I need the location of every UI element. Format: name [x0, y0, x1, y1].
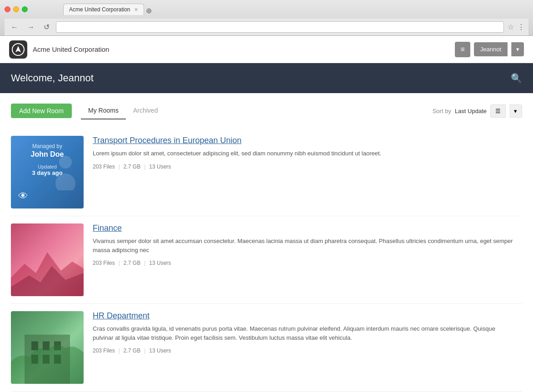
room-content: HR Department Cras convallis gravida lig… — [84, 311, 522, 384]
toolbar-left: Add New Room My Rooms Archived — [11, 102, 165, 119]
room-thumbnail-finance — [11, 223, 84, 296]
room-size: 2.7 GB — [124, 260, 140, 266]
svg-point-1 — [59, 156, 72, 169]
tab-close-icon[interactable]: ✕ — [134, 7, 138, 13]
app-logo: Acme United Corporation — [9, 40, 109, 59]
user-button[interactable]: Jeannot — [474, 42, 508, 56]
table-row: HR Department Cras convallis gravida lig… — [11, 304, 522, 392]
room-list: Managed by John Doe Updated 3 days ago 👁… — [11, 129, 522, 392]
room-content: Transport Procedures in European Union L… — [84, 136, 522, 208]
search-icon[interactable]: 🔍 — [511, 73, 522, 84]
room-meta: 203 Files | 2.7 GB | 13 Users — [93, 347, 513, 354]
app-header: Acme United Corporation ≡ Jeannot ▾ — [0, 36, 533, 63]
logo-svg — [12, 43, 25, 56]
forward-button[interactable]: → — [25, 22, 37, 32]
back-button[interactable]: ← — [8, 22, 21, 32]
new-tab-button[interactable]: ⊕ — [146, 6, 152, 15]
svg-rect-4 — [31, 341, 38, 350]
header-right: ≡ Jeannot ▾ — [455, 42, 524, 57]
separator-2: | — [144, 260, 145, 266]
separator-1: | — [119, 164, 120, 170]
mountain-svg — [11, 245, 84, 296]
room-title[interactable]: Finance — [93, 223, 513, 233]
separator-2: | — [144, 164, 145, 170]
room-users: 13 Users — [149, 164, 171, 170]
room-description: Cras convallis gravida ligula, id venena… — [93, 324, 513, 342]
room-description: Vivamus semper dolor sit amet accumsan c… — [93, 237, 513, 254]
tab-label: Acme United Corporation — [69, 6, 130, 13]
separator-2: | — [144, 347, 145, 354]
content-toolbar: Add New Room My Rooms Archived Sort by L… — [11, 102, 522, 119]
room-meta: 203 Files | 2.7 GB | 13 Users — [93, 260, 513, 266]
address-input[interactable] — [56, 21, 504, 33]
tab-bar: Acme United Corporation ✕ ⊕ — [31, 4, 152, 15]
main-content: Add New Room My Rooms Archived Sort by L… — [0, 93, 533, 392]
active-tab[interactable]: Acme United Corporation ✕ — [63, 4, 144, 15]
logo-icon — [9, 40, 27, 59]
separator-1: | — [119, 260, 120, 266]
room-users: 13 Users — [149, 347, 171, 354]
room-size: 2.7 GB — [124, 164, 140, 170]
room-thumbnail-hr — [11, 311, 84, 384]
user-dropdown-button[interactable]: ▾ — [511, 42, 524, 56]
separator-1: | — [119, 347, 120, 354]
view-dropdown-button[interactable]: ▾ — [509, 104, 522, 118]
traffic-lights — [5, 6, 28, 12]
welcome-text: Welcome, Jeannot — [11, 72, 94, 84]
address-bar-row: ← → ↺ ☆ ⋮ — [5, 19, 528, 35]
svg-point-2 — [55, 174, 75, 190]
managed-by-label: Managed by — [32, 143, 62, 149]
table-row: Finance Vivamus semper dolor sit amet ac… — [11, 216, 522, 304]
minimize-button[interactable] — [13, 6, 19, 12]
room-meta: 203 Files | 2.7 GB | 13 Users — [93, 164, 513, 170]
bookmark-icon[interactable]: ☆ — [508, 23, 514, 31]
room-description: Lorem ipsum dolor sit amet, consectetuer… — [93, 149, 513, 158]
add-room-button[interactable]: Add New Room — [11, 104, 72, 118]
room-title[interactable]: Transport Procedures in European Union — [93, 136, 513, 145]
refresh-button[interactable]: ↺ — [41, 22, 52, 32]
toolbar-right: Sort by Last Update ☰ ▾ — [433, 104, 522, 118]
table-row: Managed by John Doe Updated 3 days ago 👁… — [11, 129, 522, 216]
room-title[interactable]: HR Department — [93, 311, 513, 321]
tab-my-rooms[interactable]: My Rooms — [81, 102, 126, 119]
list-view-button[interactable]: ☰ — [490, 104, 506, 118]
browser-controls: Acme United Corporation ✕ ⊕ — [5, 4, 528, 15]
eye-icon: 👁 — [18, 190, 28, 202]
welcome-bar: Welcome, Jeannot 🔍 — [0, 63, 533, 93]
room-files: 203 Files — [93, 164, 115, 170]
building-svg — [11, 326, 84, 384]
room-size: 2.7 GB — [124, 347, 140, 354]
sort-value: Last Update — [455, 108, 487, 114]
room-thumbnail-managed: Managed by John Doe Updated 3 days ago 👁 — [11, 136, 84, 208]
room-files: 203 Files — [93, 347, 115, 354]
room-files: 203 Files — [93, 260, 115, 266]
close-button[interactable] — [5, 6, 10, 12]
browser-chrome: Acme United Corporation ✕ ⊕ ← → ↺ ☆ ⋮ — [0, 0, 533, 36]
tab-archived[interactable]: Archived — [126, 102, 165, 119]
hamburger-button[interactable]: ≡ — [455, 42, 470, 57]
maximize-button[interactable] — [22, 6, 28, 12]
person-silhouette — [52, 154, 79, 190]
sort-label: Sort by — [433, 108, 451, 114]
browser-menu-icon[interactable]: ⋮ — [518, 23, 525, 31]
room-content: Finance Vivamus semper dolor sit amet ac… — [84, 223, 522, 296]
company-name: Acme United Corporation — [33, 45, 109, 53]
room-users: 13 Users — [149, 260, 171, 266]
